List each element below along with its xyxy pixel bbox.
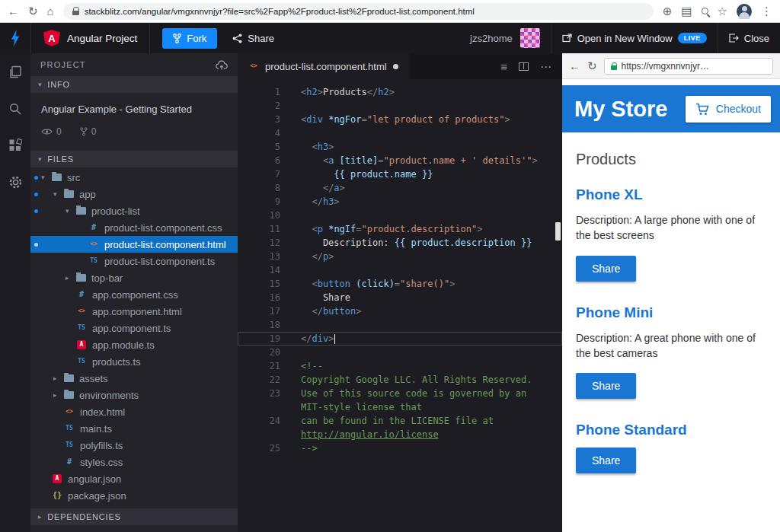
file-tree-item-product-list[interactable]: ▾product-list (30, 202, 238, 219)
code-line[interactable]: 3<div *ngFor="let product of products"> (238, 113, 562, 126)
file-tree-item-app.module.ts[interactable]: Aapp.module.ts (30, 336, 238, 353)
file-tree-item-polyfills.ts[interactable]: TSpolyfills.ts (30, 437, 238, 454)
code-line[interactable]: 10 (238, 209, 562, 222)
reload-icon[interactable]: ↻ (28, 5, 38, 17)
code-line[interactable]: MIT-style license that (238, 400, 562, 414)
file-tree-item-angular.json[interactable]: Aangular.json (30, 470, 238, 487)
code-line[interactable]: 24can be found in the LICENSE file at (238, 414, 562, 428)
lock-icon[interactable] (72, 7, 79, 15)
code-line[interactable]: 2 (238, 99, 562, 113)
code-line[interactable]: 12 Description: {{ product.description }… (238, 236, 562, 250)
home-icon[interactable]: ⌂ (47, 5, 54, 17)
folder-icon (64, 190, 74, 198)
preview-back-icon[interactable]: ← (569, 60, 580, 72)
code-line[interactable]: 16 Share (238, 291, 562, 304)
products-heading: Products (576, 151, 766, 168)
fork-button[interactable]: Fork (162, 28, 217, 49)
back-icon[interactable]: ← (8, 5, 19, 17)
file-tree-item-app.component.css[interactable]: #app.component.css (30, 286, 238, 303)
extensions-icon[interactable] (8, 139, 22, 152)
code-line[interactable]: 22Copyright Google LLC. All Rights Reser… (238, 373, 562, 387)
add-circle-icon[interactable]: ⊕ (663, 5, 673, 17)
share-menu-item[interactable]: Share (232, 33, 274, 44)
file-tree-item-products.ts[interactable]: TSproducts.ts (30, 353, 238, 370)
translate-icon[interactable]: ▤ (681, 5, 692, 17)
browser-menu-icon[interactable]: ⋮ (761, 5, 772, 17)
browser-profile-avatar[interactable] (737, 4, 752, 19)
file-tree-item-assets[interactable]: ▸assets (30, 370, 238, 387)
code-line[interactable]: 4 (238, 126, 562, 140)
file-tree-item-product-list.component.css[interactable]: #product-list.component.css (30, 219, 238, 236)
line-number: 16 (238, 291, 280, 304)
open-new-window-button[interactable]: Open in New Window LIVE (551, 23, 718, 53)
file-tree-item-package.json[interactable]: {}package.json (30, 487, 238, 504)
ts-file-icon: TS (64, 441, 75, 450)
store-header: My Store Checkout (562, 85, 780, 132)
url-text: stackblitz.com/angular/vmgxnnvnjyr?file=… (85, 7, 475, 16)
preview-refresh-icon[interactable]: ↻ (587, 60, 597, 72)
info-section-header[interactable]: ▾ INFO (30, 76, 238, 93)
format-menu-icon[interactable]: ≡ (500, 61, 507, 72)
share-label: Share (248, 33, 274, 44)
file-tree-item-styles.css[interactable]: #styles.css (30, 454, 238, 470)
file-tree-item-top-bar[interactable]: ▸top-bar (30, 269, 238, 286)
share-button[interactable]: Share (576, 373, 636, 399)
info-body: Angular Example - Getting Started 0 0 (30, 93, 238, 151)
zoom-icon[interactable] (702, 8, 708, 14)
code-line[interactable]: 20 (238, 346, 562, 359)
code-line[interactable]: 11 <p *ngIf="product.description"> (238, 222, 562, 236)
code-line[interactable]: 25--> (238, 441, 562, 455)
upload-cloud-icon[interactable] (216, 60, 228, 70)
code-text: </p> (280, 250, 334, 263)
settings-gear-icon[interactable] (8, 175, 23, 190)
code-line[interactable]: 21<!-- (238, 359, 562, 373)
bookmark-star-icon[interactable]: ☆ (718, 5, 727, 17)
share-button[interactable]: Share (576, 448, 636, 473)
file-tree-item-src[interactable]: ▾src (30, 169, 238, 186)
product-name-link[interactable]: Phone Standard (576, 422, 766, 438)
code-line[interactable]: 9 </h3> (238, 195, 562, 209)
username[interactable]: jzs2home (470, 33, 513, 44)
search-icon[interactable] (8, 102, 22, 116)
product-name-link[interactable]: Phone Mini (576, 304, 766, 321)
preview-url-bar[interactable]: https://vmgxnnvnjyr… (604, 58, 773, 75)
code-line[interactable]: 14 (238, 263, 562, 277)
file-tree-item-environments[interactable]: ▸environments (30, 387, 238, 403)
code-line[interactable]: 5 <h3> (238, 140, 562, 154)
file-tree-item-product-list.component.html[interactable]: <>product-list.component.html (30, 236, 238, 253)
dependencies-section-header[interactable]: ▸ DEPENDENCIES (30, 508, 238, 525)
editor-scrollbar[interactable] (555, 222, 561, 241)
files-section-header[interactable]: ▾ FILES (30, 151, 238, 167)
code-line[interactable]: 8 </a> (238, 181, 562, 195)
code-line[interactable]: 13 </p> (238, 250, 562, 263)
user-avatar[interactable] (520, 28, 540, 48)
file-tree-item-main.ts[interactable]: TSmain.ts (30, 420, 238, 437)
code-line[interactable]: 1<h2>Products</h2> (238, 85, 562, 99)
file-tree-item-app[interactable]: ▾app (30, 186, 238, 202)
more-actions-icon[interactable]: ⋯ (540, 61, 551, 72)
code-line[interactable]: 23Use of this source code is governed by… (238, 387, 562, 400)
file-tree-item-index.html[interactable]: <>index.html (30, 403, 238, 420)
share-button[interactable]: Share (576, 256, 636, 282)
code-line[interactable]: 19</div> (238, 332, 562, 346)
file-tree-item-app.component.html[interactable]: <>app.component.html (30, 303, 238, 320)
project-brand[interactable]: A Angular Project (30, 23, 150, 53)
code-line[interactable]: 7 {{ product.name }} (238, 167, 562, 181)
code-line[interactable]: http://angular.io/license (238, 428, 562, 441)
code-line[interactable]: 18 (238, 318, 562, 332)
product-name-link[interactable]: Phone XL (576, 186, 766, 203)
line-number: 6 (238, 154, 280, 167)
split-editor-icon[interactable] (519, 62, 529, 71)
code-line[interactable]: 17 </button> (238, 304, 562, 318)
editor-tab[interactable]: <> product-list.component.html (238, 53, 409, 79)
code-area[interactable]: 1<h2>Products</h2>23<div *ngFor="let pro… (238, 79, 562, 532)
file-tree-item-product-list.component.ts[interactable]: TSproduct-list.component.ts (30, 253, 238, 269)
close-button[interactable]: Close (718, 23, 780, 53)
files-icon[interactable] (8, 65, 22, 79)
file-tree-item-app.component.ts[interactable]: TSapp.component.ts (30, 320, 238, 336)
code-line[interactable]: 6 <a [title]="product.name + ' details'"… (238, 154, 562, 167)
code-line[interactable]: 15 <button (click)="share()"> (238, 277, 562, 291)
address-bar[interactable]: stackblitz.com/angular/vmgxnnvnjyr?file=… (63, 3, 654, 20)
checkout-button[interactable]: Checkout (686, 96, 771, 123)
stackblitz-logo[interactable] (0, 30, 30, 46)
